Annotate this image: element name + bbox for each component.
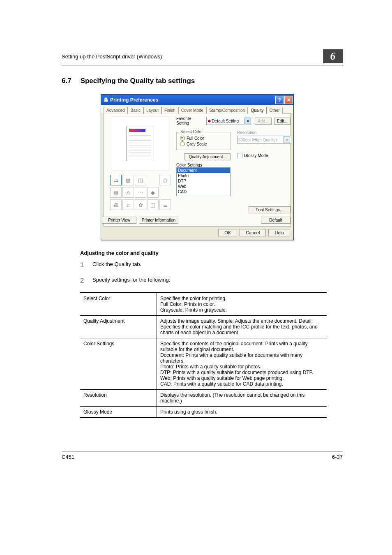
- color-icon[interactable]: ◆: [147, 187, 159, 198]
- section-title: Specifying the Quality tab settings: [81, 77, 195, 85]
- step-number: 1: [80, 261, 86, 269]
- list-item[interactable]: Document: [177, 168, 230, 173]
- default-button[interactable]: Default: [261, 217, 291, 224]
- gray-scale-radio[interactable]: Gray Scale: [180, 141, 227, 146]
- step-number: 2: [80, 277, 86, 285]
- favorite-select[interactable]: ✱ Default Setting ▾: [206, 117, 252, 125]
- setting-desc: Displays the resolution. (The resolution…: [157, 390, 327, 407]
- page-preview-icon: [126, 126, 154, 161]
- color-settings-list[interactable]: Document Photo DTP Web CAD: [176, 167, 231, 196]
- layout-options-icon[interactable]: ⋯: [135, 187, 146, 198]
- setting-name: Select Color: [80, 293, 157, 316]
- table-row: Glossy ModePrints using a gloss finish.: [80, 407, 327, 418]
- nup-icon[interactable]: ▦: [122, 175, 134, 185]
- table-row: Quality AdjustmentAdjusts the image qual…: [80, 316, 327, 338]
- favorite-label: Favorite Setting: [176, 116, 204, 125]
- font-settings-button[interactable]: Font Settings...: [249, 206, 291, 213]
- setting-name: Color Settings: [80, 338, 157, 390]
- glossy-mode-checkbox[interactable]: Glossy Mode: [237, 153, 291, 158]
- orientation-icon[interactable]: ▭: [110, 175, 122, 185]
- tab-cover-mode[interactable]: Cover Mode: [178, 107, 206, 114]
- breadcrumb: Setting up the PostScript driver (Window…: [62, 53, 162, 60]
- step-1: 1 Click the Quality tab.: [80, 261, 343, 269]
- section-number: 6.7: [62, 77, 71, 85]
- close-icon[interactable]: ✕: [284, 96, 293, 104]
- booklet-icon[interactable]: ▤: [110, 187, 122, 198]
- subsection-heading: Adjusting the color and quality: [80, 250, 343, 256]
- quality-adjustment-button[interactable]: Quality Adjustment...: [184, 153, 231, 160]
- preview-area: [111, 116, 169, 171]
- tab-advanced[interactable]: Advanced: [104, 107, 127, 114]
- edit-button[interactable]: Edit...: [274, 118, 291, 125]
- resolution-select: 600dpi (High Quality) ▾: [237, 136, 291, 144]
- tab-finish[interactable]: Finish: [161, 107, 178, 114]
- favorite-value: Default Setting: [212, 119, 239, 123]
- page-footer: C451 6-37: [62, 451, 343, 460]
- watermark-icon[interactable]: ✿: [135, 199, 146, 210]
- chevron-down-icon: ▾: [284, 136, 290, 143]
- tab-bar: Advanced Basic Layout Finish Cover Mode …: [101, 105, 293, 113]
- printing-preferences-dialog: 🖶 Printing Preferences ? ✕ Advanced Basi…: [101, 94, 294, 240]
- page-header: Setting up the PostScript driver (Window…: [62, 49, 343, 65]
- select-color-label: Select Color: [179, 130, 204, 134]
- table-row: ResolutionDisplays the resolution. (The …: [80, 390, 327, 407]
- copies-icon[interactable]: ◫: [147, 199, 159, 210]
- printer-icon-btn[interactable]: 🖶: [110, 199, 122, 210]
- step-text: Specify settings for the following:: [92, 277, 170, 285]
- step-text: Click the Quality tab.: [92, 261, 141, 269]
- setting-desc: Specifies the contents of the original d…: [157, 338, 327, 390]
- font-a-icon[interactable]: A: [122, 187, 134, 198]
- select-color-group: Select Color Full Color Gray Scale: [176, 132, 231, 150]
- tray-icon[interactable]: ⎙: [159, 175, 171, 185]
- dialog-titlebar[interactable]: 🖶 Printing Preferences ? ✕: [101, 95, 293, 105]
- chapter-number: 6: [323, 49, 343, 63]
- setting-desc: Specifies the color for printing. Full C…: [157, 293, 327, 316]
- duplex-icon[interactable]: ◫: [135, 175, 146, 185]
- help-icon[interactable]: ?: [275, 96, 284, 104]
- cancel-button[interactable]: Cancel: [240, 229, 266, 236]
- dialog-title: Printing Preferences: [110, 97, 158, 103]
- option-icon-row: ▭ ▦ ◫ ⎙ ▤ A ⋯ ◆ 🖶 ⌕ ✿ ◫ ≣: [110, 175, 170, 210]
- tab-other[interactable]: Other: [267, 107, 283, 114]
- add-button[interactable]: Add...: [255, 118, 271, 125]
- resolution-value: 600dpi (High Quality): [238, 138, 277, 142]
- setting-name: Resolution: [80, 390, 157, 407]
- setting-name: Quality Adjustment: [80, 316, 157, 338]
- tab-stamp-composition[interactable]: Stamp/Composition: [206, 107, 248, 114]
- printer-view-button[interactable]: Printer View: [102, 217, 136, 224]
- section-heading: 6.7 Specifying the Quality tab settings: [62, 77, 343, 85]
- chevron-down-icon: ▾: [244, 118, 251, 124]
- color-settings-label: Color Settings: [176, 163, 231, 167]
- setting-desc: Prints using a gloss finish.: [157, 407, 327, 418]
- setting-desc: Adjusts the image quality. Simple: Adjus…: [157, 316, 327, 338]
- list-item[interactable]: CAD: [177, 189, 230, 194]
- printer-info-button[interactable]: Printer Information: [139, 217, 178, 224]
- list-item[interactable]: DTP: [177, 178, 230, 184]
- tab-layout[interactable]: Layout: [143, 107, 161, 114]
- model-label: C451: [62, 454, 74, 460]
- full-color-radio[interactable]: Full Color: [180, 136, 227, 141]
- list-item[interactable]: Photo: [177, 173, 230, 178]
- ok-button[interactable]: OK: [218, 229, 237, 236]
- star-icon: ✱: [208, 119, 211, 123]
- page-number: 6-37: [332, 454, 343, 460]
- tab-quality[interactable]: Quality: [248, 107, 266, 114]
- printer-icon: 🖶: [104, 97, 108, 103]
- tab-basic[interactable]: Basic: [127, 107, 143, 114]
- settings-table: Select ColorSpecifies the color for prin…: [80, 292, 327, 418]
- setting-name: Glossy Mode: [80, 407, 157, 418]
- table-row: Select ColorSpecifies the color for prin…: [80, 293, 327, 316]
- list-icon[interactable]: ≣: [159, 199, 171, 210]
- list-item[interactable]: Web: [177, 184, 230, 189]
- resolution-label: Resolution: [237, 130, 291, 135]
- table-row: Color SettingsSpecifies the contents of …: [80, 338, 327, 390]
- step-2: 2 Specify settings for the following:: [80, 277, 343, 285]
- zoom-icon[interactable]: ⌕: [122, 199, 134, 210]
- help-button[interactable]: Help: [268, 229, 290, 236]
